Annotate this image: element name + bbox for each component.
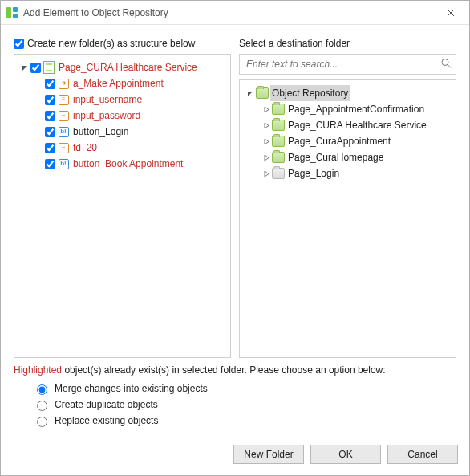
tree-item-label: Page_CURA Healthcare Service [57, 59, 199, 75]
radio-merge[interactable] [37, 384, 47, 395]
tree-item[interactable]: Object Repository [241, 85, 454, 101]
create-folder-checkbox-label[interactable]: Create new folder(s) as structure below [14, 38, 231, 49]
close-icon [447, 9, 455, 17]
tree-item-checkbox[interactable] [45, 111, 55, 121]
tree-item-label: button_Login [71, 124, 130, 140]
search-input[interactable] [239, 54, 456, 75]
folder-icon [256, 87, 269, 100]
dialog-body: Create new folder(s) as structure below … [1, 25, 469, 437]
conflict-message: Highlighted object(s) already exist(s) i… [14, 364, 456, 376]
chevron-down-icon[interactable] [245, 90, 256, 97]
search-wrap [239, 54, 456, 75]
create-folder-checkbox[interactable] [14, 39, 24, 49]
tree-item-checkbox[interactable] [45, 159, 55, 169]
chevron-right-icon[interactable] [261, 154, 272, 161]
tree-item-label: td_20 [71, 140, 99, 156]
chevron-right-icon[interactable] [261, 170, 272, 177]
new-folder-button[interactable]: New Folder [233, 445, 304, 464]
folder-icon [272, 151, 285, 164]
chevron-right-icon[interactable] [261, 106, 272, 113]
tree-item-label: Object Repository [270, 85, 350, 101]
link-icon: ➔ [57, 77, 70, 90]
tree-item-checkbox[interactable] [30, 63, 41, 73]
create-folder-label: Create new folder(s) as structure below [27, 38, 195, 49]
chevron-right-icon[interactable] [261, 122, 272, 129]
tree-item-label: button_Book Appointment [71, 156, 184, 172]
text-input-icon: ≡ [57, 93, 70, 106]
tree-item[interactable]: Page_CURA Healthcare Service [16, 59, 229, 75]
dialog-footer: New Folder OK Cancel [1, 437, 469, 475]
tree-item[interactable]: b!button_Book Appointment [16, 156, 229, 172]
tree-item-checkbox[interactable] [45, 79, 55, 89]
tree-item-checkbox[interactable] [45, 127, 55, 137]
tree-item[interactable]: Page_CURA Healthcare Service [241, 117, 454, 133]
tree-item[interactable]: b!button_Login [16, 124, 229, 140]
tree-item-label: input_username [71, 92, 144, 108]
option-replace[interactable]: Replace existing objects [33, 414, 456, 427]
svg-rect-1 [13, 7, 18, 12]
right-tree-panel: Object RepositoryPage_AppointmentConfirm… [239, 79, 456, 358]
chevron-down-icon[interactable] [19, 64, 30, 71]
close-button[interactable] [432, 1, 469, 24]
app-icon [6, 6, 18, 19]
left-tree-panel: Page_CURA Healthcare Service➔a_Make Appo… [14, 54, 231, 358]
svg-rect-2 [13, 14, 18, 18]
password-input-icon: ∙∙ [57, 109, 70, 122]
tree-item[interactable]: ➔a_Make Appointment [16, 75, 229, 92]
tree-item-label: Page_Login [286, 165, 341, 181]
left-tree: Page_CURA Healthcare Service➔a_Make Appo… [16, 59, 229, 172]
tree-item[interactable]: Page_AppointmentConfirmation [241, 101, 454, 117]
conflict-message-hl: Highlighted [14, 364, 62, 376]
tree-item-label: Page_CuraAppointment [286, 133, 392, 149]
radio-duplicate[interactable] [37, 401, 47, 411]
svg-line-4 [448, 65, 451, 68]
tree-item-checkbox[interactable] [45, 143, 55, 153]
tree-item[interactable]: ∙∙input_password [16, 108, 229, 124]
tree-item-checkbox[interactable] [45, 95, 55, 105]
button-object-icon: b! [57, 157, 70, 170]
chevron-right-icon[interactable] [261, 138, 272, 145]
cancel-button[interactable]: Cancel [387, 445, 458, 464]
folder-icon [272, 119, 285, 132]
password-input-icon: ∙∙ [57, 141, 70, 154]
tree-item[interactable]: Page_CuraHomepage [241, 149, 454, 165]
left-column: Create new folder(s) as structure below … [14, 38, 231, 358]
svg-point-3 [442, 59, 448, 66]
tree-item[interactable]: Page_CuraAppointment [241, 133, 454, 149]
option-merge[interactable]: Merge changes into existing objects [33, 382, 456, 395]
tree-item-label: Page_CuraHomepage [286, 149, 385, 165]
svg-rect-0 [6, 7, 11, 18]
folder-icon [272, 135, 285, 148]
folder-icon [272, 103, 285, 116]
titlebar: Add Element to Object Repository [1, 1, 469, 25]
tree-item-label: a_Make Appointment [71, 75, 165, 92]
radio-replace[interactable] [37, 417, 47, 427]
tree-item[interactable]: ∙∙td_20 [16, 140, 229, 156]
destination-label: Select a destination folder [239, 38, 456, 49]
search-icon [440, 58, 452, 71]
right-column: Select a destination folder Object Repos… [239, 38, 456, 358]
dialog-title: Add Element to Object Repository [23, 7, 432, 18]
button-object-icon: b! [57, 125, 70, 138]
tree-item[interactable]: ≡input_username [16, 92, 229, 108]
right-tree: Object RepositoryPage_AppointmentConfirm… [241, 85, 454, 181]
tree-item[interactable]: Page_Login [241, 165, 454, 181]
option-duplicate[interactable]: Create duplicate objects [33, 398, 456, 411]
tree-item-label: input_password [71, 108, 142, 124]
dialog: Add Element to Object Repository Create … [0, 0, 470, 476]
ok-button[interactable]: OK [310, 445, 381, 464]
conflict-message-rest: object(s) already exist(s) in selected f… [62, 364, 386, 376]
tree-item-label: Page_CURA Healthcare Service [286, 117, 428, 133]
conflict-options: Merge changes into existing objects Crea… [14, 380, 456, 429]
folder-icon [272, 167, 285, 180]
columns: Create new folder(s) as structure below … [14, 38, 456, 358]
page-icon [43, 61, 55, 74]
tree-item-label: Page_AppointmentConfirmation [286, 101, 426, 117]
